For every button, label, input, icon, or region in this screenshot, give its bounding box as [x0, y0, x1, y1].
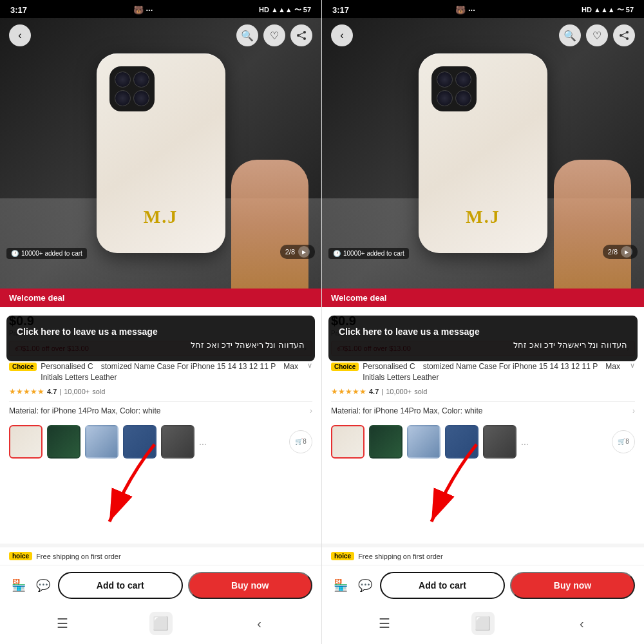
status-bar-left: 3:17 🐻 ··· HD ▲▲▲ 〜 57 — [0, 0, 321, 18]
top-nav-left: ‹ 🔍 ♡ — [0, 18, 321, 53]
play-btn-left[interactable]: ▶ — [298, 246, 310, 258]
thumb-4-left[interactable] — [123, 425, 156, 459]
page-indicator-right: 2/8 ▶ — [603, 245, 638, 259]
lens-r3 — [437, 90, 453, 106]
camera-module-left — [109, 66, 155, 111]
status-emoji-left: 🐻 ··· — [133, 5, 153, 15]
lens-r4 — [455, 90, 471, 106]
thumb-r4[interactable] — [445, 425, 478, 459]
thumbnails-row-left: ... 🛒8 — [9, 420, 312, 464]
back-button-left[interactable]: ‹ — [9, 24, 31, 46]
back-nav-icon-right[interactable]: ‹ — [570, 612, 593, 635]
shipping-row-right: hoice Free shipping on first order — [322, 544, 644, 565]
lens-r2 — [455, 71, 471, 88]
home-icon-left[interactable]: ⬜ — [149, 612, 173, 635]
home-icon-right[interactable]: ⬜ — [471, 612, 495, 635]
review-count-right: 10,000+ — [386, 388, 412, 395]
back-button-right[interactable]: ‹ — [331, 24, 353, 46]
bottom-bar-left: 🏪 💬 Add to cart Buy now — [0, 565, 321, 605]
back-nav-icon-left[interactable]: ‹ — [248, 612, 271, 635]
menu-icon-left[interactable]: ☰ — [51, 612, 74, 635]
top-nav-right: ‹ 🔍 ♡ — [322, 18, 644, 53]
choice-badge-left: Choice — [9, 363, 37, 371]
shipping-row-left: hoice Free shipping on first order — [0, 544, 321, 565]
lens-3 — [115, 90, 131, 106]
buy-now-right[interactable]: Buy now — [510, 572, 635, 599]
rating-row-left: ★★★★★ 4.7 | 10,000+ sold — [9, 387, 312, 396]
expand-btn-left[interactable]: ∨ — [307, 361, 312, 370]
heart-button-left[interactable]: ♡ — [263, 24, 285, 46]
camera-module-right — [431, 66, 477, 111]
welcome-bar-right: Welcome deal — [322, 289, 644, 307]
svg-line-4 — [298, 35, 305, 39]
thumb-2-left[interactable] — [47, 425, 80, 459]
thumb-r5[interactable] — [483, 425, 516, 459]
hand-left — [231, 160, 308, 289]
product-title-row-left: Choice Personalised C…stomized Name Case… — [9, 361, 312, 383]
hoice-badge-right: hoice — [331, 552, 354, 560]
more-dot-left: ... — [199, 437, 207, 447]
search-button-right[interactable]: 🔍 — [559, 24, 581, 46]
material-row-right[interactable]: Material: for iPhone 14Pro Max, Color: w… — [331, 401, 635, 420]
store-icon-left[interactable]: 🏪 — [9, 576, 28, 595]
cart-badge-left: 🕐 10000+ added to cart — [6, 248, 87, 259]
time-right: 3:17 — [332, 5, 349, 15]
buy-now-left[interactable]: Buy now — [188, 572, 313, 599]
chat-icon-right[interactable]: 💬 — [355, 576, 375, 595]
search-button-left[interactable]: 🔍 — [236, 24, 258, 46]
rating-row-right: ★★★★★ 4.7 | 10,000+ sold — [331, 387, 635, 396]
menu-icon-right[interactable]: ☰ — [373, 612, 396, 635]
left-screen: 3:17 🐻 ··· HD ▲▲▲ 〜 57 ‹ 🔍 ♡ — [0, 0, 322, 644]
cart-badge-right: 🕐 10000+ added to cart — [328, 248, 409, 259]
lens-4 — [133, 90, 149, 106]
nav-right-right: 🔍 ♡ — [559, 24, 635, 46]
thumb-5-left[interactable] — [161, 425, 194, 459]
screen-pair: 3:17 🐻 ··· HD ▲▲▲ 〜 57 ‹ 🔍 ♡ — [0, 0, 644, 644]
svg-line-3 — [298, 32, 305, 35]
stars-right: ★★★★★ — [331, 387, 366, 396]
thumb-r2[interactable] — [369, 425, 402, 459]
cart-count-right[interactable]: 🛒8 — [612, 430, 635, 453]
status-icons-right: HD ▲▲▲ 〜 57 — [582, 5, 634, 15]
home-bar-left: ☰ ⬜ ‹ — [0, 605, 321, 644]
thumb-1-left[interactable] — [9, 425, 43, 459]
status-emoji-right: 🐻 ··· — [455, 5, 475, 15]
thumb-3-left[interactable] — [85, 425, 118, 459]
monogram-right: M.J — [466, 207, 500, 227]
divider-left: | — [59, 388, 61, 395]
sold-left: sold — [92, 388, 105, 395]
hand-right — [554, 160, 631, 289]
play-btn-right[interactable]: ▶ — [621, 246, 632, 258]
heart-button-right[interactable]: ♡ — [586, 24, 608, 46]
expand-btn-right[interactable]: ∨ — [630, 361, 635, 370]
lens-1 — [115, 71, 131, 88]
material-row-left[interactable]: Material: for iPhone 14Pro Max, Color: w… — [9, 401, 312, 420]
hoice-badge-left: hoice — [9, 552, 32, 560]
share-button-left[interactable] — [290, 24, 312, 46]
add-to-cart-right[interactable]: Add to cart — [380, 572, 505, 599]
bottom-bar-right: 🏪 💬 Add to cart Buy now — [322, 565, 644, 605]
add-to-cart-left[interactable]: Add to cart — [58, 572, 183, 599]
status-bar-right: 3:17 🐻 ··· HD ▲▲▲ 〜 57 — [322, 0, 644, 18]
stars-left: ★★★★★ — [9, 387, 44, 396]
thumb-r3[interactable] — [407, 425, 440, 459]
rating-num-right: 4.7 — [369, 388, 379, 395]
tooltip-right: Click here to leave us a message העדווה … — [328, 316, 638, 361]
cart-count-left[interactable]: 🛒8 — [289, 430, 312, 453]
material-arrow-left: › — [310, 406, 312, 415]
welcome-bar-left: Welcome deal — [0, 289, 321, 307]
choice-badge-right: Choice — [331, 363, 359, 371]
material-arrow-right: › — [632, 406, 635, 415]
case-visual-left: M.J — [97, 53, 225, 253]
product-title-row-right: Choice Personalised C…stomized Name Case… — [331, 361, 635, 383]
tooltip-left: Click here to leave us a message העדווה … — [6, 316, 315, 361]
share-button-right[interactable] — [613, 24, 635, 46]
review-count-left: 10,000+ — [64, 388, 90, 395]
thumb-r1[interactable] — [331, 425, 365, 459]
chat-icon-left[interactable]: 💬 — [33, 576, 53, 595]
svg-line-9 — [621, 32, 627, 35]
store-icon-right[interactable]: 🏪 — [331, 576, 350, 595]
product-title-left: Personalised C…stomized Name Case For iP… — [41, 361, 303, 383]
product-image-left: M.J 🕐 10000+ added to cart 2/8 ▶ — [0, 18, 321, 289]
product-image-right: M.J 🕐 10000+ added to cart 2/8 ▶ — [322, 18, 644, 289]
